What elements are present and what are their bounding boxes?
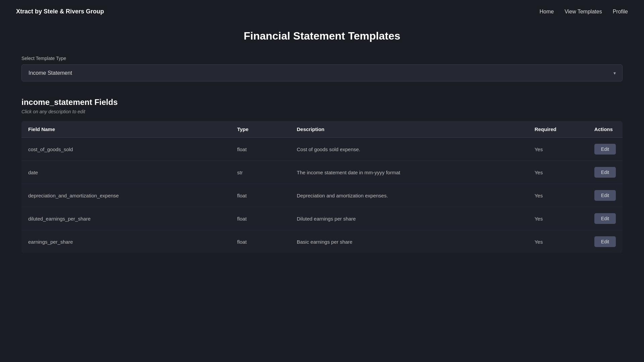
col-header-required: Required [528, 121, 588, 138]
actions-cell: Edit [588, 207, 623, 230]
field-name-cell: cost_of_goods_sold [21, 138, 230, 161]
fields-section: income_statement Fields Click on any des… [21, 98, 623, 253]
table-row: cost_of_goods_sold float Cost of goods s… [21, 138, 623, 161]
table-row: earnings_per_share float Basic earnings … [21, 230, 623, 253]
required-cell: Yes [528, 207, 588, 230]
table-row: depreciation_and_amortization_expense fl… [21, 184, 623, 207]
actions-cell: Edit [588, 138, 623, 161]
table-row: diluted_earnings_per_share float Diluted… [21, 207, 623, 230]
brand-logo: Xtract by Stele & Rivers Group [16, 8, 104, 15]
table-body: cost_of_goods_sold float Cost of goods s… [21, 138, 623, 253]
actions-cell: Edit [588, 161, 623, 184]
type-cell: float [230, 184, 290, 207]
type-cell: float [230, 138, 290, 161]
description-cell[interactable]: Diluted earnings per share [290, 207, 528, 230]
actions-cell: Edit [588, 230, 623, 253]
type-cell: str [230, 161, 290, 184]
template-selector: Select Template Type Income Statement Ba… [21, 56, 623, 81]
template-type-select[interactable]: Income Statement Balance Sheet Cash Flow… [21, 64, 623, 81]
required-cell: Yes [528, 161, 588, 184]
required-cell: Yes [528, 230, 588, 253]
edit-button[interactable]: Edit [594, 236, 616, 247]
page-title: Financial Statement Templates [21, 30, 623, 42]
fields-subtitle: Click on any description to edit [21, 109, 623, 114]
col-header-field-name: Field Name [21, 121, 230, 138]
fields-table: Field Name Type Description Required Act… [21, 121, 623, 253]
table-header-row: Field Name Type Description Required Act… [21, 121, 623, 138]
actions-cell: Edit [588, 184, 623, 207]
nav-profile[interactable]: Profile [613, 9, 628, 15]
description-cell[interactable]: Depreciation and amortization expenses. [290, 184, 528, 207]
nav-home[interactable]: Home [539, 9, 554, 15]
fields-title: income_statement Fields [21, 98, 623, 107]
description-cell[interactable]: Cost of goods sold expense. [290, 138, 528, 161]
field-name-cell: diluted_earnings_per_share [21, 207, 230, 230]
description-cell[interactable]: Basic earnings per share [290, 230, 528, 253]
edit-button[interactable]: Edit [594, 190, 616, 201]
required-cell: Yes [528, 138, 588, 161]
nav-view-templates[interactable]: View Templates [565, 9, 602, 15]
col-header-actions: Actions [588, 121, 623, 138]
selector-label: Select Template Type [21, 56, 623, 61]
col-header-description: Description [290, 121, 528, 138]
required-cell: Yes [528, 184, 588, 207]
col-header-type: Type [230, 121, 290, 138]
edit-button[interactable]: Edit [594, 144, 616, 155]
field-name-cell: depreciation_and_amortization_expense [21, 184, 230, 207]
description-cell[interactable]: The income statement date in mm-yyyy for… [290, 161, 528, 184]
table-row: date str The income statement date in mm… [21, 161, 623, 184]
table-header: Field Name Type Description Required Act… [21, 121, 623, 138]
select-wrapper: Income Statement Balance Sheet Cash Flow… [21, 64, 623, 81]
nav-links: Home View Templates Profile [539, 9, 628, 15]
type-cell: float [230, 230, 290, 253]
main-content: Financial Statement Templates Select Tem… [0, 23, 644, 266]
field-name-cell: earnings_per_share [21, 230, 230, 253]
field-name-cell: date [21, 161, 230, 184]
navbar: Xtract by Stele & Rivers Group Home View… [0, 0, 644, 23]
edit-button[interactable]: Edit [594, 167, 616, 178]
type-cell: float [230, 207, 290, 230]
edit-button[interactable]: Edit [594, 213, 616, 224]
